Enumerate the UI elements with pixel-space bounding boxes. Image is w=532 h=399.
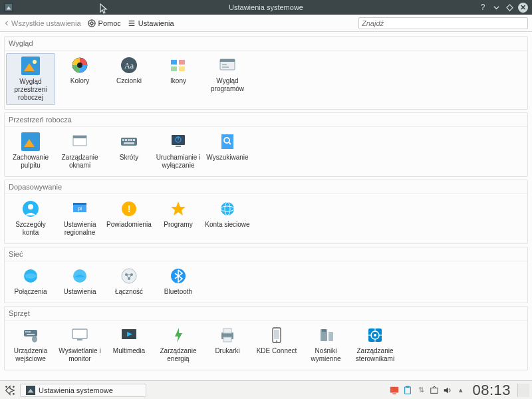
settings-item[interactable]: Ikony xyxy=(154,53,203,105)
svg-point-14 xyxy=(77,63,82,68)
svg-point-89 xyxy=(13,393,15,395)
item-label: Uruchamianie i wyłączanie xyxy=(156,154,201,170)
section-sprzęt: SprzętUrządzenia wejścioweWyświetlanie i… xyxy=(4,306,528,370)
settings-item[interactable]: Zarządzanie sterownikami xyxy=(350,323,400,366)
settings-item[interactable]: Multimedia xyxy=(104,323,154,366)
item-label: Czcionki xyxy=(116,77,142,85)
svg-rect-24 xyxy=(222,66,229,68)
maximize-icon[interactable] xyxy=(505,3,514,12)
startup-shutdown-icon xyxy=(169,132,188,151)
settings-item[interactable]: Kolory xyxy=(55,53,104,105)
settings-item[interactable]: Zarządzanie energią xyxy=(154,323,203,366)
back-label: Wszystkie ustawienia xyxy=(11,19,81,27)
help-button[interactable]: Pomoc xyxy=(88,19,121,27)
settings-item[interactable]: Nośniki wymienne xyxy=(301,323,350,366)
item-label: Zarządzanie energią xyxy=(160,347,196,363)
svg-rect-39 xyxy=(221,134,233,149)
tray-desktop-icon[interactable] xyxy=(390,386,399,395)
section-items: Urządzenia wejścioweWyświetlanie i monit… xyxy=(5,321,527,370)
item-label: Wygląd przestrzeni roboczej xyxy=(15,78,47,102)
online-accounts-icon xyxy=(218,200,237,218)
settings-item[interactable]: !Powiadomienia xyxy=(104,197,154,239)
svg-rect-31 xyxy=(128,139,130,141)
item-label: Szczegóły konta xyxy=(15,221,46,237)
item-label: Wyświetlanie i monitor xyxy=(59,347,100,363)
show-desktop-button[interactable] xyxy=(517,384,529,397)
svg-point-54 xyxy=(122,269,136,283)
section-dopasowywanie: DopasowywanieSzczegóły kontaplUstawienia… xyxy=(4,180,528,244)
tray-volume-icon[interactable] xyxy=(443,386,452,395)
task-label: Ustawienia systemowe xyxy=(39,386,113,394)
systemsettings-icon xyxy=(26,386,35,395)
svg-text:Aa: Aa xyxy=(124,61,134,70)
settings-item[interactable]: Zachowanie pulpitu xyxy=(6,130,55,172)
settings-item[interactable]: Ustawienia xyxy=(55,264,104,299)
printers-icon xyxy=(218,326,237,344)
settings-item[interactable]: Wyszukiwanie xyxy=(203,130,252,172)
titlebar: Ustawienia systemowe ? ✕ xyxy=(0,0,532,15)
workspace-theme-icon xyxy=(21,57,40,75)
item-label: Wyszukiwanie xyxy=(206,154,248,162)
svg-rect-22 xyxy=(220,59,235,62)
settings-item[interactable]: Urządzenia wejściowe xyxy=(6,323,55,366)
drivers-icon xyxy=(366,326,384,344)
tray-updates-icon[interactable] xyxy=(430,386,439,395)
window-controls: ? ✕ xyxy=(478,3,528,13)
settings-button[interactable]: Ustawienia xyxy=(128,19,174,27)
svg-rect-64 xyxy=(27,331,29,332)
svg-rect-73 xyxy=(223,337,231,342)
tray-expand-icon[interactable]: ▴ xyxy=(456,386,466,395)
settings-item[interactable]: Łączność xyxy=(104,264,154,299)
settings-item[interactable]: Szczegóły konta xyxy=(6,197,55,239)
kdeconnect-icon xyxy=(267,326,286,344)
settings-item[interactable]: Zarządzanie oknami xyxy=(55,130,104,172)
settings-item[interactable]: Uruchamianie i wyłączanie xyxy=(154,130,203,172)
svg-rect-69 xyxy=(77,339,82,340)
settings-item[interactable]: Wygląd przestrzeni roboczej xyxy=(6,53,55,105)
fonts-icon: Aa xyxy=(120,56,138,74)
settings-item[interactable]: AaCzcionki xyxy=(104,53,154,105)
search-box[interactable] xyxy=(358,17,528,29)
window-management-icon xyxy=(70,132,89,151)
connectivity-icon xyxy=(120,267,138,285)
svg-text:!: ! xyxy=(128,203,131,214)
settings-item[interactable]: Skróty xyxy=(104,130,154,172)
section-przestrzeń-robocza: Przestrzeń roboczaZachowanie pulpituZarz… xyxy=(4,112,528,177)
settings-item[interactable]: Bluetooth xyxy=(154,264,203,299)
minimize-icon[interactable] xyxy=(491,3,501,12)
settings-item[interactable]: plUstawienia regionalne xyxy=(55,197,104,239)
settings-item[interactable]: Wyświetlanie i monitor xyxy=(55,323,104,366)
settings-item[interactable]: Programy xyxy=(154,197,203,239)
svg-rect-65 xyxy=(29,331,31,332)
svg-rect-72 xyxy=(223,329,231,333)
help-icon[interactable]: ? xyxy=(478,3,487,12)
cursor-icon xyxy=(100,3,108,15)
search-input[interactable] xyxy=(362,19,525,27)
section-items: Szczegóły kontaplUstawienia regionalne!P… xyxy=(5,194,527,243)
back-button[interactable]: Wszystkie ustawienia xyxy=(4,19,81,27)
search-icon xyxy=(218,132,237,151)
content-area: WyglądWygląd przestrzeni roboczejKoloryA… xyxy=(0,32,532,380)
app-launcher-icon[interactable] xyxy=(3,383,17,398)
desktop-behavior-icon xyxy=(21,132,40,151)
tray-klipper-icon[interactable] xyxy=(403,386,412,395)
item-label: Wygląd programów xyxy=(211,77,244,93)
clock[interactable]: 08:13 xyxy=(472,382,511,399)
tray-network-icon[interactable]: ⇅ xyxy=(416,386,426,395)
settings-item[interactable]: Połączenia xyxy=(6,264,55,299)
close-icon[interactable]: ✕ xyxy=(518,3,528,13)
svg-rect-30 xyxy=(125,139,127,141)
section-header: Sprzęt xyxy=(5,307,527,321)
settings-item[interactable]: Konta sieciowe xyxy=(203,197,252,239)
settings-item[interactable]: Drukarki xyxy=(203,323,252,366)
settings-item[interactable]: Wygląd programów xyxy=(203,53,252,105)
task-button-systemsettings[interactable]: Ustawienia systemowe xyxy=(20,384,146,397)
svg-rect-33 xyxy=(133,139,135,141)
item-label: Ikony xyxy=(170,77,186,85)
item-label: Zarządzanie oknami xyxy=(61,154,98,170)
svg-rect-75 xyxy=(274,330,279,339)
svg-rect-79 xyxy=(329,332,333,341)
settings-item[interactable]: KDE Connect xyxy=(252,323,301,366)
app-style-icon xyxy=(218,56,237,74)
multimedia-icon xyxy=(120,326,138,344)
